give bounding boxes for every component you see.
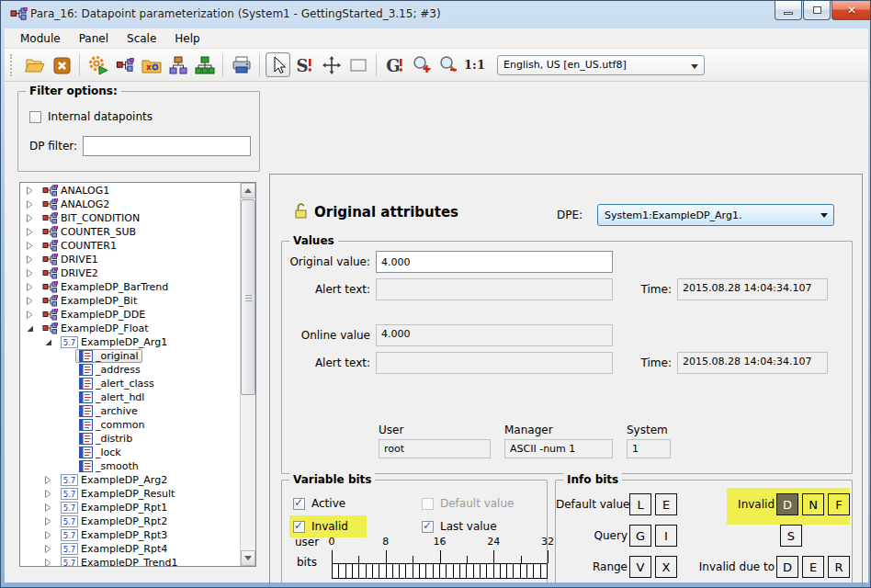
invalid-checkbox[interactable]: ✓ bbox=[293, 521, 305, 533]
user-bit-cell[interactable] bbox=[440, 564, 447, 578]
active-checkbox[interactable]: ✓ bbox=[293, 498, 305, 510]
tree-row[interactable]: 5.7ExampleDP_Trend1 bbox=[20, 556, 240, 566]
tree-row[interactable]: 5.7ExampleDP_Rpt4 bbox=[20, 542, 240, 556]
tree-item[interactable]: COUNTER1 bbox=[39, 239, 120, 253]
tree-row[interactable]: ANALOG2 bbox=[20, 198, 240, 211]
tree-row[interactable]: DRIVE2 bbox=[20, 266, 240, 280]
tree-item[interactable]: _common bbox=[75, 418, 148, 432]
expander-collapsed-icon[interactable] bbox=[26, 242, 39, 250]
user-bit-cell[interactable] bbox=[359, 564, 366, 578]
toolbar-grip[interactable] bbox=[10, 54, 14, 76]
start-manager-icon[interactable] bbox=[85, 52, 110, 77]
tree-item[interactable]: 5.7ExampleDP_Result bbox=[57, 487, 178, 501]
user-bit-cell[interactable] bbox=[367, 564, 373, 578]
tree-item[interactable]: DRIVE1 bbox=[39, 253, 102, 266]
tree-item[interactable]: 5.7ExampleDP_Rpt4 bbox=[57, 542, 171, 556]
scroll-down-button[interactable] bbox=[241, 550, 255, 566]
tree-item[interactable]: _alert_class bbox=[75, 377, 158, 390]
titlebar[interactable]: Para_16: Datapoint parameterization (Sys… bbox=[1, 1, 870, 28]
user-bit-cell[interactable] bbox=[487, 564, 493, 578]
tree-row[interactable]: 5.7ExampleDP_Result bbox=[20, 487, 240, 501]
tree-item[interactable]: ExampleDP_Bit bbox=[39, 294, 141, 308]
tree-row[interactable]: DRIVE1 bbox=[20, 253, 240, 266]
tree-item[interactable]: 5.7ExampleDP_Arg2 bbox=[57, 473, 171, 487]
internal-datapoints-checkbox[interactable] bbox=[29, 111, 41, 123]
open-project-icon[interactable] bbox=[22, 52, 47, 77]
user-bit-cell[interactable] bbox=[406, 564, 413, 578]
user-bit-cell[interactable] bbox=[534, 564, 540, 578]
expander-collapsed-icon[interactable] bbox=[44, 503, 57, 512]
user-bit-cell[interactable] bbox=[420, 564, 426, 578]
tree-item[interactable]: 5.7ExampleDP_Arg1 bbox=[57, 335, 171, 349]
datapoint-tree-icon[interactable] bbox=[112, 52, 137, 77]
tree-item[interactable]: 5.7ExampleDP_Rpt3 bbox=[57, 528, 171, 542]
user-bit-cell[interactable] bbox=[434, 564, 440, 578]
expander-collapsed-icon[interactable] bbox=[44, 476, 57, 484]
tree-row[interactable]: ExampleDP_Float bbox=[20, 322, 240, 335]
tree-scrollbar[interactable] bbox=[240, 183, 255, 566]
user-bit-cell[interactable] bbox=[373, 564, 379, 578]
user-bit-cell[interactable] bbox=[447, 564, 453, 578]
user-bit-cell[interactable] bbox=[339, 564, 345, 578]
tree-item[interactable]: _smooth bbox=[75, 459, 142, 473]
expander-collapsed-icon[interactable] bbox=[26, 255, 39, 264]
tree-row[interactable]: _smooth bbox=[20, 459, 240, 473]
expander-expanded-icon[interactable] bbox=[44, 338, 57, 346]
tree-row[interactable]: _original bbox=[20, 349, 240, 363]
expander-collapsed-icon[interactable] bbox=[44, 490, 57, 498]
select-cursor-icon[interactable] bbox=[266, 52, 290, 77]
menu-help[interactable]: Help bbox=[166, 30, 208, 47]
menu-scale[interactable]: Scale bbox=[119, 30, 164, 47]
tree-row[interactable]: _alert_class bbox=[20, 377, 240, 390]
expander-expanded-icon[interactable] bbox=[26, 324, 39, 333]
tree-row[interactable]: _alert_hdl bbox=[20, 390, 240, 404]
user-bit-cell[interactable] bbox=[426, 564, 433, 578]
tree-row[interactable]: 5.7ExampleDP_Arg1 bbox=[20, 335, 240, 349]
user-bit-cell[interactable] bbox=[460, 564, 467, 578]
zoom-out-icon[interactable] bbox=[436, 52, 460, 77]
tree-row[interactable]: COUNTER1 bbox=[20, 239, 240, 253]
tree-row[interactable]: 5.7ExampleDP_Rpt3 bbox=[20, 528, 240, 542]
group-view-icon[interactable] bbox=[192, 52, 217, 77]
scroll-thumb[interactable] bbox=[241, 199, 255, 395]
tree-row[interactable]: COUNTER_SUB bbox=[20, 225, 240, 239]
user-bit-cell[interactable] bbox=[474, 564, 481, 578]
expander-collapsed-icon[interactable] bbox=[26, 297, 39, 305]
exit-icon[interactable] bbox=[49, 52, 74, 77]
user-bit-cell[interactable] bbox=[501, 564, 507, 578]
user-bit-cell[interactable] bbox=[481, 564, 487, 578]
user-bit-cell[interactable] bbox=[494, 564, 501, 578]
tree-item[interactable]: COUNTER_SUB bbox=[39, 225, 140, 239]
tree-row[interactable]: _common bbox=[20, 418, 240, 432]
maximize-button[interactable] bbox=[803, 1, 831, 20]
tree-item[interactable]: _alert_hdl bbox=[75, 390, 148, 404]
print-icon[interactable] bbox=[229, 52, 254, 77]
scroll-up-button[interactable] bbox=[241, 183, 255, 198]
menu-panel[interactable]: Panel bbox=[71, 30, 117, 47]
user-bit-cell[interactable] bbox=[507, 564, 514, 578]
menu-module[interactable]: Module bbox=[12, 30, 69, 47]
dpe-select[interactable]: System1:ExampleDP_Arg1. bbox=[597, 204, 834, 226]
tree-row[interactable]: BIT_CONDITION bbox=[20, 211, 240, 225]
tree-row[interactable]: _archive bbox=[20, 404, 240, 418]
tree-row[interactable]: 5.7ExampleDP_Rpt1 bbox=[20, 501, 240, 514]
user-bit-cell[interactable] bbox=[454, 564, 460, 578]
user-bit-cell[interactable] bbox=[514, 564, 520, 578]
tree-item[interactable]: DRIVE2 bbox=[39, 266, 102, 280]
expander-collapsed-icon[interactable] bbox=[26, 187, 39, 195]
tree-item[interactable]: ANALOG2 bbox=[39, 198, 113, 211]
expander-collapsed-icon[interactable] bbox=[26, 200, 39, 209]
user-bit-cell[interactable] bbox=[333, 564, 339, 578]
tree-row[interactable]: _lock bbox=[20, 446, 240, 459]
original-scale-icon[interactable]: 1:1 bbox=[462, 52, 487, 77]
user-bit-cell[interactable] bbox=[387, 564, 393, 578]
hierarchy-view-icon[interactable] bbox=[165, 52, 190, 77]
module-s-icon[interactable]: S bbox=[292, 52, 317, 77]
user-bit-cell[interactable] bbox=[393, 564, 400, 578]
user-bit-cell[interactable] bbox=[413, 564, 420, 578]
expander-collapsed-icon[interactable] bbox=[26, 228, 39, 236]
expander-collapsed-icon[interactable] bbox=[26, 283, 39, 291]
pan-move-icon[interactable] bbox=[319, 52, 344, 77]
original-value-input[interactable] bbox=[376, 251, 613, 273]
user-bit-cell[interactable] bbox=[541, 564, 547, 578]
